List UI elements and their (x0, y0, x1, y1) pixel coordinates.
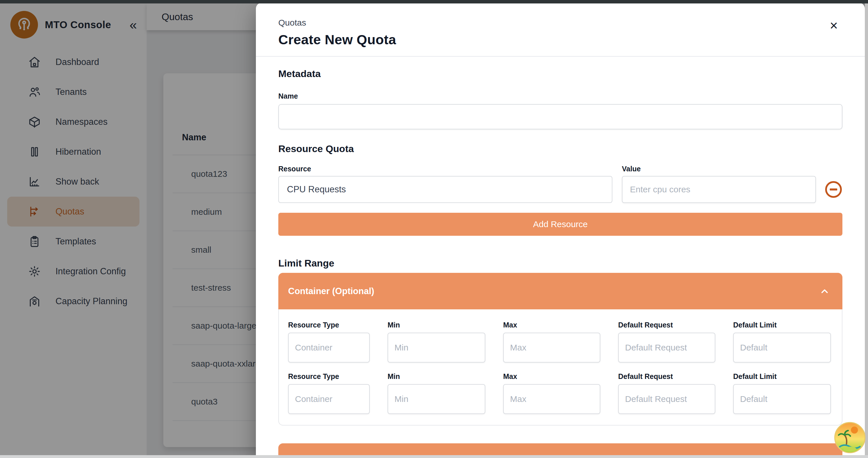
resource-quota-heading: Resource Quota (278, 143, 842, 154)
value-input[interactable] (622, 176, 816, 203)
metadata-heading: Metadata (278, 68, 842, 79)
min-input[interactable] (388, 333, 485, 363)
default-limit-input[interactable] (733, 333, 831, 363)
container-accordion-title: Container (Optional) (288, 286, 374, 297)
modal-header: Quotas Create New Quota × (256, 3, 865, 56)
limit-range-heading: Limit Range (278, 257, 842, 269)
resource-type-input[interactable] (288, 384, 370, 414)
modal-title: Create New Quota (278, 32, 842, 48)
min-label: Min (388, 372, 485, 381)
close-icon[interactable]: × (828, 19, 840, 33)
remove-resource-button[interactable] (825, 181, 842, 199)
resource-type-label: Resource Type (288, 321, 370, 329)
resource-row: Resource CPU Requests Value (278, 165, 842, 203)
app-root: MTO Console « Dashboard Tenants (0, 0, 868, 458)
add-resource-button[interactable]: Add Resource (278, 213, 842, 236)
resource-label: Resource (278, 165, 612, 173)
default-request-field: Default Request (618, 321, 715, 363)
max-label: Max (503, 321, 600, 329)
default-limit-field: Default Limit (733, 321, 831, 363)
container-accordion-panel: Resource Type Min Max Default Request (278, 309, 842, 426)
default-request-input[interactable] (618, 333, 715, 363)
resource-type-field: Resource Type (288, 372, 370, 414)
max-label: Max (503, 372, 600, 381)
window-bottom-edge (0, 455, 868, 458)
default-limit-label: Default Limit (733, 372, 831, 381)
name-input[interactable] (278, 104, 842, 129)
island-watermark-icon (834, 422, 866, 454)
create-quota-modal: Quotas Create New Quota × Metadata Name … (256, 3, 865, 458)
page-scrollbar[interactable] (865, 3, 868, 455)
default-request-field: Default Request (618, 372, 715, 414)
default-limit-field: Default Limit (733, 372, 831, 414)
value-column: Value (622, 165, 816, 203)
default-request-label: Default Request (618, 372, 715, 381)
resource-type-label: Resource Type (288, 372, 370, 381)
name-label: Name (278, 92, 842, 100)
min-field: Min (388, 372, 485, 414)
resource-type-field: Resource Type (288, 321, 370, 363)
modal-header-divider (256, 56, 865, 57)
resource-type-input[interactable] (288, 333, 370, 363)
default-limit-input[interactable] (733, 384, 831, 414)
default-request-input[interactable] (618, 384, 715, 414)
resource-column: Resource CPU Requests (278, 165, 612, 203)
container-accordion-header[interactable]: Container (Optional) (278, 273, 842, 309)
min-label: Min (388, 321, 485, 329)
value-label: Value (622, 165, 816, 173)
resource-select[interactable]: CPU Requests (278, 176, 612, 203)
limit-range-row: Resource Type Min Max Default Request (288, 372, 833, 414)
max-input[interactable] (503, 384, 600, 414)
minus-circle-icon (825, 181, 842, 199)
chevron-up-icon (819, 286, 830, 297)
limit-range-row: Resource Type Min Max Default Request (288, 321, 833, 363)
min-input[interactable] (388, 384, 485, 414)
max-field: Max (503, 372, 600, 414)
modal-body: Metadata Name Resource Quota Resource CP… (256, 68, 865, 458)
window-top-edge (0, 0, 868, 3)
default-limit-label: Default Limit (733, 321, 831, 329)
modal-breadcrumb: Quotas (278, 18, 842, 28)
default-request-label: Default Request (618, 321, 715, 329)
min-field: Min (388, 321, 485, 363)
max-field: Max (503, 321, 600, 363)
max-input[interactable] (503, 333, 600, 363)
